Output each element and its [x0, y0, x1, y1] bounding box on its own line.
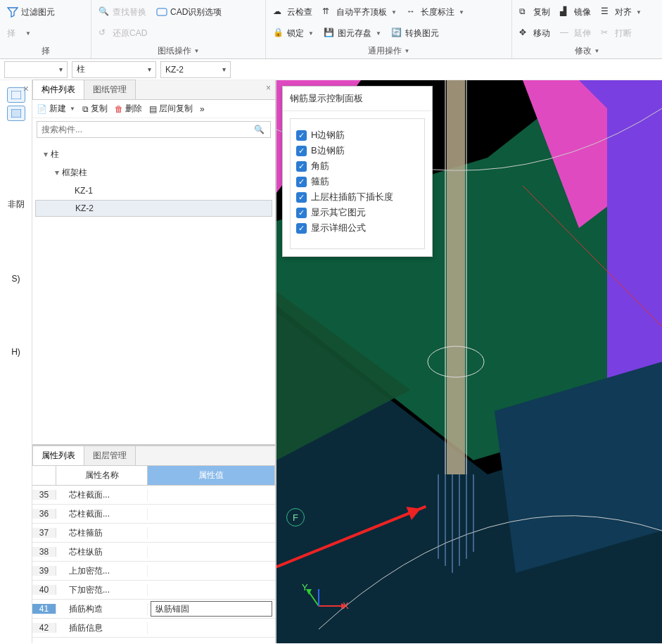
row-name: 插筋构造	[56, 603, 148, 615]
move-icon: ✥	[519, 27, 530, 39]
tree-kz1[interactable]: KZ-1	[35, 182, 272, 200]
caret-icon: ▼	[194, 48, 200, 54]
save-element-button[interactable]: 💾图元存盘▼	[322, 26, 383, 41]
checkbox-item[interactable]: ✓显示详细公式	[296, 222, 419, 234]
copy-icon: ⧉	[519, 6, 530, 18]
prop-header: 属性名称 属性值	[32, 466, 275, 486]
selector-b[interactable]: 柱▾	[72, 61, 156, 78]
mini-view-1[interactable]	[7, 87, 25, 103]
row-name: 芯柱箍筋	[56, 527, 148, 539]
caret-icon: ▾	[59, 65, 63, 73]
checkbox-label: 显示其它图元	[311, 206, 366, 219]
component-tree: ▾柱 ▾框架柱 KZ-1 KZ-2	[32, 141, 275, 221]
caret-icon: ▼	[391, 9, 397, 15]
checkbox-item[interactable]: ✓H边钢筋	[296, 129, 419, 141]
mini-view-2[interactable]	[7, 106, 25, 121]
break-button[interactable]: ✂打断	[599, 26, 633, 41]
close-icon[interactable]: ×	[266, 83, 271, 93]
table-row[interactable]: 40下加密范...	[32, 581, 275, 600]
checkbox-label: 上层柱插筋下插长度	[311, 191, 393, 203]
tab-drawing-manage[interactable]: 图纸管理	[84, 80, 136, 99]
funnel-icon	[7, 6, 18, 18]
align-top-icon: ⇈	[322, 6, 333, 18]
select-partial[interactable]: 择	[6, 26, 17, 41]
find-replace-button[interactable]: 🔍查找替换	[97, 5, 148, 20]
save-icon: 💾	[324, 27, 335, 39]
workspace: × 非阴 S) H) 构件列表 图纸管理 × 📄新建▼ ⧉复制 🗑删除 ▤层间复…	[0, 80, 662, 643]
row-num: 39	[32, 566, 56, 576]
checkbox-icon: ✓	[296, 130, 307, 141]
svg-rect-1	[11, 91, 21, 99]
extend-button[interactable]: —延伸	[559, 26, 592, 41]
tab-component-list[interactable]: 构件列表	[32, 80, 84, 99]
view-3d[interactable]: 钢筋显示控制面板 ✓H边钢筋✓B边钢筋✓角筋✓箍筋✓上层柱插筋下插长度✓显示其它…	[276, 80, 662, 643]
left-label-s: S)	[0, 274, 32, 284]
search-input[interactable]	[37, 122, 248, 137]
filter-elements-button[interactable]: 过滤图元	[6, 5, 56, 20]
table-row[interactable]: 42插筋信息	[32, 619, 275, 638]
selector-c[interactable]: KZ-2▾	[160, 61, 231, 78]
table-row[interactable]: 37芯柱箍筋	[32, 524, 275, 543]
restore-cad-button[interactable]: ↺还原CAD	[97, 26, 148, 41]
convert-icon: 🔄	[391, 27, 402, 39]
align-button[interactable]: ☰对齐▼	[599, 5, 643, 20]
table-row[interactable]: 35芯柱截面...	[32, 486, 275, 505]
copy-button[interactable]: ⧉复制	[518, 5, 552, 20]
table-row[interactable]: 41插筋构造纵筋锚固	[32, 600, 275, 619]
axis-gizmo: X Y	[305, 585, 347, 622]
length-dim-button[interactable]: ↔长度标注▼	[405, 5, 466, 20]
new-icon: 📄	[37, 104, 47, 114]
checkbox-item[interactable]: ✓上层柱插筋下插长度	[296, 191, 419, 203]
delete-button[interactable]: 🗑删除	[115, 103, 142, 115]
extend-icon: —	[560, 27, 571, 39]
row-name: 芯柱截面...	[56, 489, 148, 501]
table-row[interactable]: 36芯柱截面...	[32, 505, 275, 524]
ribbon: 过滤图元 择▼ 择 🔍查找替换 CAD识别选项 ↺还原CAD 图纸操作▼ ☁云检…	[0, 0, 662, 59]
auto-align-button[interactable]: ⇈自动平齐顶板▼	[321, 5, 398, 20]
mirror-button[interactable]: ▟镜像	[559, 5, 592, 20]
checkbox-item[interactable]: ✓箍筋	[296, 175, 419, 188]
search-icon[interactable]: 🔍	[248, 125, 270, 134]
table-row[interactable]: 38芯柱纵筋	[32, 543, 275, 562]
search-icon: 🔍	[98, 6, 110, 18]
row-num: 36	[32, 509, 56, 519]
tree-kz2[interactable]: KZ-2	[35, 200, 272, 217]
row-name: 芯柱截面...	[56, 508, 148, 520]
more-button[interactable]: »	[200, 104, 205, 114]
checkbox-item[interactable]: ✓角筋	[296, 160, 419, 172]
tab-property-list[interactable]: 属性列表	[32, 446, 84, 465]
row-num: 40	[32, 585, 56, 595]
tree-root[interactable]: ▾柱	[35, 145, 272, 163]
row-num: 38	[32, 547, 56, 557]
cad-icon	[156, 6, 167, 18]
checkbox-icon: ✓	[296, 192, 307, 203]
selector-a[interactable]: ▾	[4, 61, 68, 78]
layer-copy-button[interactable]: ▤层间复制	[149, 103, 193, 115]
convert-element-button[interactable]: 🔄转换图元	[390, 26, 440, 41]
copy-button[interactable]: ⧉复制	[82, 103, 108, 115]
svg-line-23	[309, 592, 319, 606]
cloud-check-button[interactable]: ☁云检查	[272, 5, 314, 20]
checkbox-item[interactable]: ✓B边钢筋	[296, 144, 419, 157]
row-num: 41	[32, 604, 56, 614]
lock-button[interactable]: 🔒锁定▼	[272, 26, 315, 41]
checkbox-icon: ✓	[296, 146, 307, 156]
header-num	[32, 466, 56, 485]
group-label-select: 择	[6, 45, 85, 58]
new-button[interactable]: 📄新建▼	[37, 103, 75, 115]
tab-layer-manage[interactable]: 图层管理	[84, 446, 136, 465]
left-label-h: H)	[0, 347, 32, 357]
checkbox-label: 显示详细公式	[311, 222, 366, 234]
row-num: 42	[32, 623, 56, 633]
mid-tabs: 构件列表 图纸管理 ×	[32, 80, 275, 100]
checkbox-item[interactable]: ✓显示其它图元	[296, 206, 419, 219]
tree-frame-column[interactable]: ▾框架柱	[35, 163, 272, 182]
table-row[interactable]: 39上加密范...	[32, 562, 275, 581]
header-value[interactable]: 属性值	[148, 466, 275, 485]
cad-options-button[interactable]: CAD识别选项	[155, 5, 223, 20]
row-value[interactable]: 纵筋锚固	[151, 601, 272, 617]
checkbox-icon: ✓	[296, 208, 307, 218]
selector-bar: ▾ 柱▾ KZ-2▾	[0, 59, 662, 80]
close-icon[interactable]: ×	[23, 83, 29, 94]
move-button[interactable]: ✥移动	[518, 26, 552, 41]
